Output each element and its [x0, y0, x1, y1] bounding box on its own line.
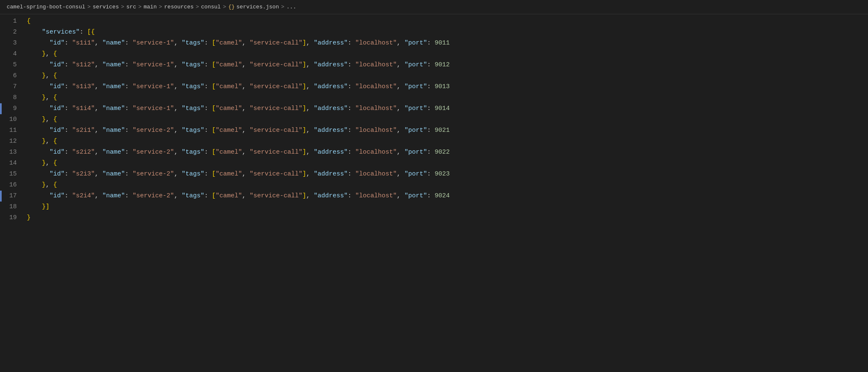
line-number-14: 14: [2, 158, 23, 169]
breadcrumb-sep-6: >: [223, 4, 226, 10]
code-line-2: 2 "services": [{: [0, 27, 868, 38]
breadcrumb-sep-7: >: [281, 4, 284, 10]
line-content-2: "services": [{: [23, 27, 868, 38]
code-line-16: 16 }, {: [0, 180, 868, 191]
breadcrumb-sep-3: >: [138, 4, 142, 10]
line-number-6: 6: [2, 71, 23, 81]
breadcrumb-part-7[interactable]: services.json: [236, 4, 279, 10]
breadcrumb-part-3[interactable]: src: [126, 4, 136, 10]
line-content-7: "id": "s1i3", "name": "service-1", "tags…: [23, 81, 868, 92]
code-line-12: 12 }, {: [0, 136, 868, 147]
line-number-11: 11: [2, 125, 23, 136]
code-line-5: 5 "id": "s1i2", "name": "service-1", "ta…: [0, 60, 868, 71]
line-content-12: }, {: [23, 136, 868, 147]
line-number-16: 16: [2, 180, 23, 191]
line-number-2: 2: [2, 27, 23, 38]
line-content-16: }, {: [23, 180, 868, 191]
breadcrumb-part-6[interactable]: consul: [201, 4, 221, 10]
line-number-7: 7: [2, 81, 23, 92]
breadcrumb-sep-2: >: [121, 4, 124, 10]
code-line-7: 7 "id": "s1i3", "name": "service-1", "ta…: [0, 81, 868, 92]
line-content-14: }, {: [23, 158, 868, 169]
line-number-3: 3: [2, 38, 23, 49]
breadcrumb-part-2[interactable]: services: [93, 4, 119, 10]
line-content-1: {: [23, 16, 868, 27]
code-line-4: 4 }, {: [0, 49, 868, 60]
code-line-9: 9 "id": "s1i4", "name": "service-1", "ta…: [0, 103, 868, 114]
code-editor: 1 { 2 "services": [{ 3 "id": "s1i1", "na…: [0, 14, 868, 223]
line-number-19: 19: [2, 212, 23, 223]
code-line-3: 3 "id": "s1i1", "name": "service-1", "ta…: [0, 38, 868, 49]
breadcrumb-sep-5: >: [196, 4, 199, 10]
breadcrumb-sep-1: >: [87, 4, 91, 10]
line-content-15: "id": "s2i3", "name": "service-2", "tags…: [23, 169, 868, 180]
code-line-1: 1 {: [0, 16, 868, 27]
code-line-17: 17 "id": "s2i4", "name": "service-2", "t…: [0, 191, 868, 202]
code-line-18: 18 }]: [0, 202, 868, 212]
line-number-13: 13: [2, 147, 23, 158]
breadcrumb-part-5[interactable]: resources: [164, 4, 194, 10]
line-content-18: }]: [23, 202, 868, 212]
breadcrumb-part-1[interactable]: camel-spring-boot-consul: [7, 4, 85, 10]
line-content-17: "id": "s2i4", "name": "service-2", "tags…: [23, 191, 868, 202]
line-number-15: 15: [2, 169, 23, 180]
line-content-6: }, {: [23, 71, 868, 81]
line-content-9: "id": "s1i4", "name": "service-1", "tags…: [23, 103, 868, 114]
breadcrumb-sep-4: >: [159, 4, 162, 10]
code-line-11: 11 "id": "s2i1", "name": "service-2", "t…: [0, 125, 868, 136]
line-number-1: 1: [2, 16, 23, 27]
code-line-10: 10 }, {: [0, 114, 868, 125]
line-content-10: }, {: [23, 114, 868, 125]
json-file-icon: {}: [228, 4, 235, 10]
line-content-19: }: [23, 212, 868, 223]
breadcrumb-part-4[interactable]: main: [144, 4, 157, 10]
line-number-12: 12: [2, 136, 23, 147]
breadcrumb-part-8: ...: [286, 4, 296, 10]
code-line-6: 6 }, {: [0, 71, 868, 81]
line-number-18: 18: [2, 202, 23, 212]
line-number-8: 8: [2, 92, 23, 103]
line-content-11: "id": "s2i1", "name": "service-2", "tags…: [23, 125, 868, 136]
line-content-4: }, {: [23, 49, 868, 60]
code-line-14: 14 }, {: [0, 158, 868, 169]
breadcrumb: camel-spring-boot-consul > services > sr…: [0, 0, 868, 14]
line-number-5: 5: [2, 60, 23, 71]
line-number-10: 10: [2, 114, 23, 125]
code-line-15: 15 "id": "s2i3", "name": "service-2", "t…: [0, 169, 868, 180]
line-number-4: 4: [2, 49, 23, 60]
line-content-13: "id": "s2i2", "name": "service-2", "tags…: [23, 147, 868, 158]
line-number-17: 17: [2, 191, 23, 202]
line-content-3: "id": "s1i1", "name": "service-1", "tags…: [23, 38, 868, 49]
line-number-9: 9: [2, 103, 23, 114]
code-line-8: 8 }, {: [0, 92, 868, 103]
code-line-19: 19 }: [0, 212, 868, 223]
code-line-13: 13 "id": "s2i2", "name": "service-2", "t…: [0, 147, 868, 158]
line-content-5: "id": "s1i2", "name": "service-1", "tags…: [23, 60, 868, 71]
line-content-8: }, {: [23, 92, 868, 103]
